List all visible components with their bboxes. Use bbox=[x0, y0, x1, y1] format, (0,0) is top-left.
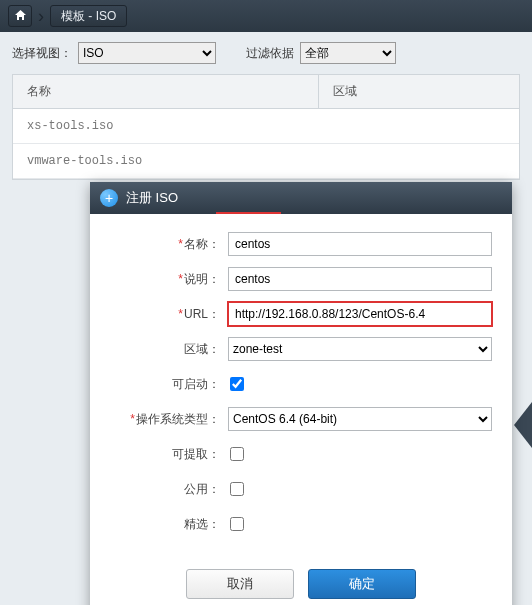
extract-checkbox[interactable] bbox=[230, 447, 244, 461]
label-url: *URL： bbox=[110, 306, 228, 323]
register-iso-dialog: + 注册 ISO *名称： *说明： *URL： 区域： zone-test 可… bbox=[90, 182, 512, 605]
featured-checkbox[interactable] bbox=[230, 517, 244, 531]
row-zone: 区域： zone-test bbox=[110, 337, 492, 361]
public-checkbox[interactable] bbox=[230, 482, 244, 496]
filter-bar: 选择视图： ISO 过滤依据 全部 bbox=[0, 32, 532, 74]
col-zone: 区域 bbox=[319, 75, 519, 108]
plus-circle-icon: + bbox=[100, 189, 118, 207]
dialog-body: *名称： *说明： *URL： 区域： zone-test 可启动： *操作系统… bbox=[90, 214, 512, 536]
row-desc: *说明： bbox=[110, 267, 492, 291]
os-select[interactable]: CentOS 6.4 (64-bit) bbox=[228, 407, 492, 431]
name-field[interactable] bbox=[228, 232, 492, 256]
col-name: 名称 bbox=[13, 75, 319, 108]
label-os: *操作系统类型： bbox=[110, 411, 228, 428]
table-row[interactable]: vmware-tools.iso bbox=[13, 144, 519, 179]
iso-table: 名称 区域 xs-tools.iso vmware-tools.iso bbox=[12, 74, 520, 180]
row-os: *操作系统类型： CentOS 6.4 (64-bit) bbox=[110, 407, 492, 431]
label-featured: 精选： bbox=[110, 516, 228, 533]
label-public: 公用： bbox=[110, 481, 228, 498]
row-url: *URL： bbox=[110, 302, 492, 326]
label-zone: 区域： bbox=[110, 341, 228, 358]
table-row[interactable]: xs-tools.iso bbox=[13, 109, 519, 144]
desc-field[interactable] bbox=[228, 267, 492, 291]
ok-button[interactable]: 确定 bbox=[308, 569, 416, 599]
row-name: *名称： bbox=[110, 232, 492, 256]
filter-select[interactable]: 全部 bbox=[300, 42, 396, 64]
dialog-header: + 注册 ISO bbox=[90, 182, 512, 214]
label-desc: *说明： bbox=[110, 271, 228, 288]
filter-label: 过滤依据 bbox=[246, 45, 294, 62]
view-select[interactable]: ISO bbox=[78, 42, 216, 64]
table-header: 名称 区域 bbox=[13, 75, 519, 109]
breadcrumb-label: 模板 - ISO bbox=[61, 8, 116, 25]
label-name: *名称： bbox=[110, 236, 228, 253]
home-icon bbox=[14, 9, 27, 24]
row-public: 公用： bbox=[110, 477, 492, 501]
view-label: 选择视图： bbox=[12, 45, 72, 62]
row-extract: 可提取： bbox=[110, 442, 492, 466]
dialog-title: 注册 ISO bbox=[126, 189, 178, 207]
label-bootable: 可启动： bbox=[110, 376, 228, 393]
header-bar: › 模板 - ISO bbox=[0, 0, 532, 32]
home-button[interactable] bbox=[8, 5, 32, 27]
row-bootable: 可启动： bbox=[110, 372, 492, 396]
dialog-footer: 取消 确定 bbox=[90, 547, 512, 605]
zone-select[interactable]: zone-test bbox=[228, 337, 492, 361]
row-featured: 精选： bbox=[110, 512, 492, 536]
arrow-left-icon[interactable] bbox=[514, 402, 532, 448]
breadcrumb[interactable]: 模板 - ISO bbox=[50, 5, 127, 27]
label-extract: 可提取： bbox=[110, 446, 228, 463]
cancel-button[interactable]: 取消 bbox=[186, 569, 294, 599]
title-underline bbox=[216, 212, 281, 214]
url-field[interactable] bbox=[228, 302, 492, 326]
bootable-checkbox[interactable] bbox=[230, 377, 244, 391]
chevron-right-icon: › bbox=[38, 6, 44, 27]
